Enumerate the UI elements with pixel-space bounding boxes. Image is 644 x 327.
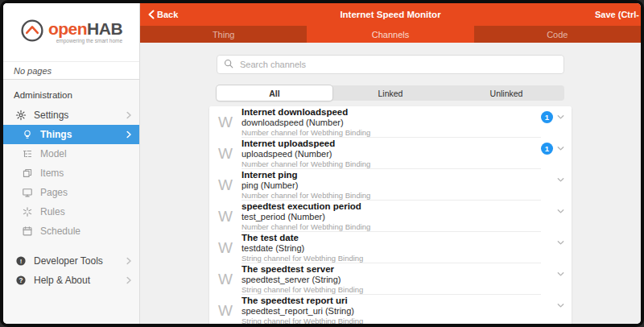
logo-tagline: empowering the smart home bbox=[48, 39, 122, 44]
chevron-right-icon bbox=[125, 111, 133, 119]
webthing-binding-icon: W bbox=[209, 209, 242, 224]
filter-segmented-control: AllLinkedUnlinked bbox=[217, 85, 564, 101]
channel-row[interactable]: W The test date testdate (String) String… bbox=[209, 232, 572, 263]
channel-title: Internet downloadspeed bbox=[242, 107, 538, 118]
chevron-right-icon bbox=[125, 130, 133, 139]
filter-unlinked[interactable]: Unlinked bbox=[448, 85, 564, 101]
rules-sparkle-icon bbox=[21, 206, 33, 218]
svg-text:?: ? bbox=[19, 276, 23, 284]
webthing-binding-icon: W bbox=[209, 177, 242, 192]
logo-hab: HAB bbox=[87, 19, 122, 38]
channel-row[interactable]: W Internet downloadspeed downloadspeed (… bbox=[209, 106, 572, 138]
no-pages-placeholder: No pages bbox=[3, 61, 139, 80]
model-tree-icon bbox=[21, 148, 33, 160]
webthing-binding-icon: W bbox=[209, 303, 242, 318]
sidebar-item-things[interactable]: Things bbox=[3, 125, 139, 144]
back-label: Back bbox=[157, 10, 178, 19]
channel-description: Number channel for Webthing Binding bbox=[242, 191, 538, 200]
chevron-down-icon[interactable] bbox=[556, 176, 565, 184]
channel-description: Number channel for Webthing Binding bbox=[242, 222, 538, 231]
navbar: Back Internet Speed Monitor Save (Ctrl- bbox=[140, 3, 641, 26]
channel-description: Number channel for Webthing Binding bbox=[242, 159, 538, 168]
channel-id: speedtest_report_uri (String) bbox=[242, 306, 538, 317]
search-icon bbox=[224, 57, 233, 72]
logo-open: open bbox=[48, 19, 87, 38]
channel-row[interactable]: W Internet uploadspeed uploadspeed (Numb… bbox=[209, 138, 572, 169]
linked-count-badge: 1 bbox=[541, 111, 553, 123]
search-input[interactable] bbox=[238, 59, 557, 70]
channel-row[interactable]: W The speedtest report uri speedtest_rep… bbox=[209, 295, 572, 324]
channel-id: test_period (Number) bbox=[242, 212, 538, 222]
schedule-calendar-icon bbox=[21, 226, 33, 238]
chevron-down-icon[interactable] bbox=[556, 207, 565, 216]
chevron-down-icon[interactable] bbox=[556, 238, 565, 247]
sidebar-item-label: Rules bbox=[40, 206, 118, 217]
tab-code[interactable]: Code bbox=[474, 26, 641, 43]
chevron-left-icon bbox=[147, 10, 155, 19]
filter-linked[interactable]: Linked bbox=[332, 85, 448, 101]
sidebar-item-label: Schedule bbox=[40, 226, 118, 237]
channel-row[interactable]: W The speedtest server speedtest_server … bbox=[209, 263, 572, 295]
openhab-app: openHAB empowering the smart home No pag… bbox=[3, 3, 641, 324]
sidebar-menu: Settings Things Model Items Pages Rules bbox=[3, 106, 139, 290]
sidebar-item-model[interactable]: Model bbox=[3, 144, 139, 164]
sidebar: openHAB empowering the smart home No pag… bbox=[3, 3, 140, 324]
search-bar[interactable] bbox=[217, 55, 564, 74]
webthing-binding-icon: W bbox=[209, 240, 242, 255]
tab-thing[interactable]: Thing bbox=[140, 26, 307, 43]
channel-row[interactable]: W Internet ping ping (Number) Number cha… bbox=[209, 169, 572, 201]
sidebar-item-rules[interactable]: Rules bbox=[3, 202, 139, 221]
channel-row[interactable]: W speedtest execution period test_period… bbox=[209, 201, 572, 232]
sidebar-item-help-about[interactable]: ? Help & About bbox=[3, 271, 139, 290]
chevron-down-icon[interactable] bbox=[556, 144, 565, 153]
openhab-logo-text: openHAB empowering the smart home bbox=[48, 20, 122, 44]
filter-all[interactable]: All bbox=[217, 85, 332, 101]
webthing-binding-icon: W bbox=[209, 146, 242, 161]
sidebar-item-developer-tools[interactable]: ! Developer Tools bbox=[3, 251, 139, 271]
help-icon: ? bbox=[14, 275, 27, 287]
channels-content: AllLinkedUnlinked W Internet downloadspe… bbox=[140, 43, 641, 324]
sidebar-item-label: Help & About bbox=[34, 275, 118, 286]
gear-icon bbox=[14, 110, 27, 122]
items-copy-icon bbox=[21, 168, 33, 180]
channel-id: ping (Number) bbox=[242, 180, 538, 191]
openhab-logo-icon bbox=[20, 19, 44, 46]
chevron-down-icon[interactable] bbox=[556, 270, 565, 279]
save-button[interactable]: Save (Ctrl- bbox=[595, 10, 639, 19]
channel-list: W Internet downloadspeed downloadspeed (… bbox=[209, 106, 572, 324]
pages-display-icon bbox=[21, 187, 33, 199]
channel-title: The test date bbox=[242, 233, 538, 243]
chevron-right-icon bbox=[125, 257, 133, 265]
channel-description: String channel for Webthing Binding bbox=[242, 317, 538, 324]
openhab-logo[interactable]: openHAB empowering the smart home bbox=[3, 3, 139, 61]
sidebar-item-label: Pages bbox=[40, 187, 118, 198]
channel-id: speedtest_server (String) bbox=[242, 275, 538, 285]
page-title: Internet Speed Monitor bbox=[140, 10, 641, 19]
svg-text:!: ! bbox=[19, 258, 22, 265]
channel-title: The speedtest server bbox=[242, 264, 538, 275]
channel-title: Internet uploadspeed bbox=[242, 139, 538, 149]
webthing-binding-icon: W bbox=[209, 271, 242, 287]
lightbulb-icon bbox=[21, 129, 33, 141]
back-button[interactable]: Back bbox=[147, 10, 178, 19]
tab-bar: ThingChannelsCode bbox=[140, 26, 641, 43]
sidebar-item-label: Model bbox=[40, 148, 118, 159]
webthing-binding-icon: W bbox=[209, 114, 242, 130]
tab-channels[interactable]: Channels bbox=[307, 26, 473, 43]
chevron-down-icon[interactable] bbox=[556, 301, 565, 310]
sidebar-item-items[interactable]: Items bbox=[3, 164, 139, 183]
sidebar-item-schedule[interactable]: Schedule bbox=[3, 221, 139, 241]
sidebar-group-gap bbox=[3, 241, 139, 251]
channel-title: Internet ping bbox=[242, 170, 538, 180]
channel-id: downloadspeed (Number) bbox=[242, 118, 538, 128]
channel-id: uploadspeed (Number) bbox=[242, 149, 538, 159]
sidebar-section-label: Administration bbox=[3, 80, 139, 106]
chevron-down-icon[interactable] bbox=[556, 113, 565, 122]
sidebar-item-label: Settings bbox=[34, 110, 118, 121]
sidebar-item-settings[interactable]: Settings bbox=[3, 106, 139, 125]
sidebar-item-pages[interactable]: Pages bbox=[3, 183, 139, 202]
channel-title: speedtest execution period bbox=[242, 201, 538, 212]
channel-title: The speedtest report uri bbox=[242, 296, 538, 306]
linked-count-badge: 1 bbox=[541, 143, 553, 155]
channel-id: testdate (String) bbox=[242, 243, 538, 254]
